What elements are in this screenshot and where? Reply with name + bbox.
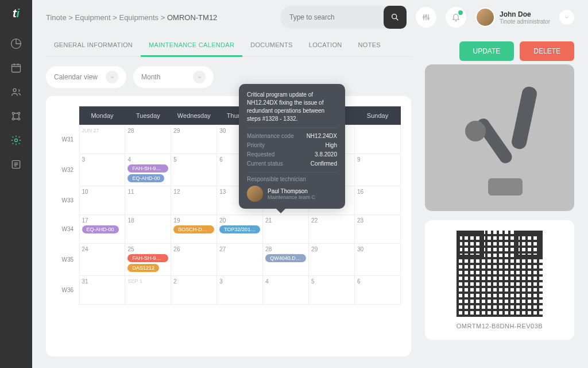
svg-point-4 (12, 118, 14, 120)
qr-code (457, 231, 543, 317)
event-tag[interactable]: QW4040.DEPT (265, 254, 306, 262)
search[interactable] (280, 6, 407, 29)
view-select[interactable]: Calendar view (46, 66, 126, 88)
calendar-cell[interactable]: 3 (217, 276, 263, 305)
logo: ti (13, 7, 20, 20)
event-tag[interactable]: TOP32/2019-REF (219, 225, 260, 233)
event-tooltip: Critical program update of NH12.24DX fix… (239, 84, 345, 209)
event-tag[interactable]: FAH-SH-990X (127, 254, 168, 262)
calendar-cell[interactable]: SEP 1 (125, 276, 171, 305)
svg-rect-0 (12, 64, 21, 72)
tabs: GENERAL INFORMATION MAINTENANCE CALENDAR… (46, 34, 411, 57)
calendar-cell[interactable]: 16 (355, 186, 401, 215)
calendar-cell[interactable]: 28 (125, 125, 171, 154)
svg-point-5 (18, 118, 20, 120)
calendar-cell[interactable]: 3 (79, 154, 125, 186)
event-tag[interactable]: FAH-SH-990X (127, 164, 168, 172)
period-select[interactable]: Month (133, 66, 214, 88)
tab-general[interactable]: GENERAL INFORMATION (46, 34, 141, 56)
calendar-cell[interactable]: 5 (309, 276, 355, 305)
calendar-cell[interactable]: 22 (309, 215, 355, 244)
chevron-down-icon (559, 10, 574, 25)
user-role: Tinote administrator (500, 18, 550, 25)
sidebar: ti (0, 0, 32, 368)
technician-avatar (247, 186, 263, 202)
qr-label: OMRTM12-B8DNH-REV03B (457, 323, 543, 329)
svg-point-1 (13, 89, 16, 91)
avatar (475, 7, 495, 27)
breadcrumb: Tinote > Equipment > Equipments > OMRON-… (46, 13, 271, 22)
event-tag[interactable]: BOSCH-DAH19 (173, 225, 214, 233)
calendar-cell[interactable]: 26 (171, 244, 217, 276)
notifications-button[interactable] (446, 7, 466, 28)
calendar-cell[interactable]: 12 (171, 186, 217, 215)
calendar-cell[interactable]: 9 (355, 154, 401, 186)
svg-point-9 (423, 17, 425, 18)
user-name: John Doe (500, 10, 550, 18)
calendar-cell[interactable]: 28QW4040.DEPT (263, 244, 309, 276)
tab-documents[interactable]: DOCUMENTS (242, 34, 301, 56)
calendar-cell[interactable]: 11 (125, 186, 171, 215)
equipment-image (425, 64, 574, 211)
calendar-cell[interactable]: 10 (79, 186, 125, 215)
calendar-cell[interactable] (355, 125, 401, 154)
calendar-cell[interactable]: 30 (355, 244, 401, 276)
calendar-cell[interactable]: 19BOSCH-DAH19 (171, 215, 217, 244)
notification-badge (457, 9, 464, 16)
calendar-cell[interactable]: 24 (79, 244, 125, 276)
calendar-cell[interactable]: 20TOP32/2019-REF (217, 215, 263, 244)
svg-point-2 (12, 112, 14, 114)
filter-button[interactable] (416, 7, 436, 28)
event-tag[interactable]: DAS1212 (127, 264, 159, 272)
nav-calendar[interactable] (0, 56, 32, 80)
calendar-cell[interactable]: 21 (263, 215, 309, 244)
nav-dashboard[interactable] (0, 32, 32, 56)
nav-network[interactable] (0, 104, 32, 128)
calendar-cell[interactable]: 25FAH-SH-990X DAS1212 (125, 244, 171, 276)
nav-settings[interactable] (0, 128, 32, 152)
svg-point-10 (425, 16, 427, 17)
svg-point-6 (15, 139, 18, 142)
tab-notes[interactable]: NOTES (350, 34, 389, 56)
tab-location[interactable]: LOCATION (301, 34, 350, 56)
calendar-cell[interactable]: 29 (171, 125, 217, 154)
svg-point-3 (18, 112, 20, 114)
topbar: Tinote > Equipment > Equipments > OMRON-… (32, 0, 588, 34)
nav-list[interactable] (0, 152, 32, 177)
calendar-cell[interactable]: 5 (171, 154, 217, 186)
calendar-cell[interactable]: 6 (355, 276, 401, 305)
tab-maintenance-calendar[interactable]: MAINTENANCE CALENDAR (141, 34, 242, 57)
calendar-cell[interactable]: 2 (171, 276, 217, 305)
calendar: MondayTuesdayWednesdayThursdayFridaySatu… (46, 96, 411, 356)
event-tag[interactable]: EQ-AHD-00 (82, 225, 119, 233)
qr-card: OMRTM12-B8DNH-REV03B (425, 220, 574, 340)
calendar-cell[interactable]: 4FAH-SH-990X EQ-AHD-00 (125, 154, 171, 186)
calendar-cell[interactable]: 23 (355, 215, 401, 244)
svg-point-8 (392, 14, 397, 19)
nav-users[interactable] (0, 80, 32, 104)
calendar-cell[interactable]: 27 (217, 244, 263, 276)
search-input[interactable] (289, 13, 384, 21)
calendar-cell[interactable]: 31 (79, 276, 125, 305)
calendar-cell[interactable]: 29 (309, 244, 355, 276)
calendar-cell[interactable]: 18 (125, 215, 171, 244)
calendar-cell[interactable]: 4 (263, 276, 309, 305)
event-tag[interactable]: EQ-AHD-00 (127, 174, 164, 182)
user-menu[interactable]: John Doe Tinote administrator (475, 7, 574, 27)
update-button[interactable]: UPDATE (459, 41, 514, 61)
calendar-cell[interactable]: JUN 27 (79, 125, 125, 154)
calendar-cell[interactable]: 17EQ-AHD-00 (79, 215, 125, 244)
svg-point-11 (428, 18, 430, 20)
search-button[interactable] (384, 6, 407, 29)
delete-button[interactable]: DELETE (520, 41, 574, 61)
